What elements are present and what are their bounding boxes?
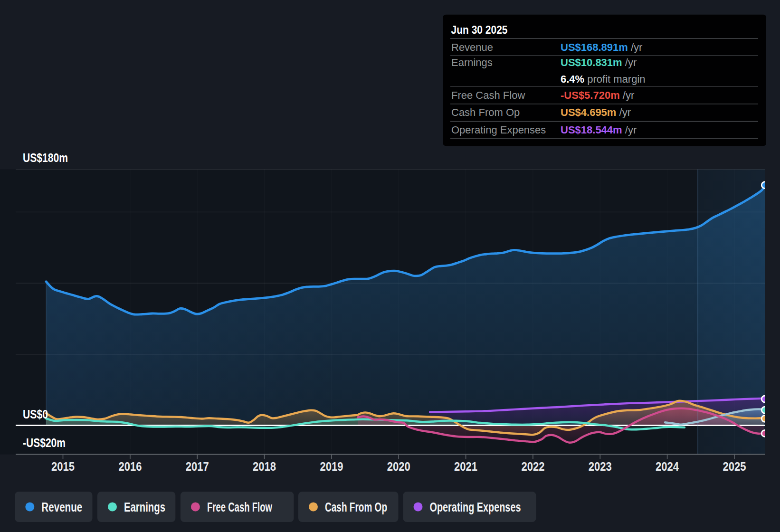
svg-text:US$18.544m /yr: US$18.544m /yr <box>561 124 637 136</box>
svg-text:2021: 2021 <box>454 459 477 474</box>
svg-text:US$168.891m /yr: US$168.891m /yr <box>561 41 642 53</box>
svg-text:Revenue: Revenue <box>451 41 493 53</box>
svg-text:Earnings: Earnings <box>124 500 165 514</box>
svg-text:2017: 2017 <box>186 459 209 474</box>
svg-text:Operating Expenses: Operating Expenses <box>430 500 521 514</box>
svg-text:2023: 2023 <box>589 459 612 474</box>
svg-text:US$180m: US$180m <box>23 151 68 165</box>
svg-text:-US$20m: -US$20m <box>23 436 66 450</box>
svg-text:Operating Expenses: Operating Expenses <box>451 124 546 136</box>
svg-text:2024: 2024 <box>656 459 679 474</box>
svg-text:Jun 30 2025: Jun 30 2025 <box>451 24 508 36</box>
svg-text:-US$5.720m /yr: -US$5.720m /yr <box>561 89 634 101</box>
svg-text:2025: 2025 <box>723 459 746 474</box>
svg-text:2019: 2019 <box>320 459 343 474</box>
svg-text:6.4% profit margin: 6.4% profit margin <box>561 73 646 85</box>
svg-text:Free Cash Flow: Free Cash Flow <box>207 500 273 514</box>
svg-text:2022: 2022 <box>521 459 544 474</box>
svg-text:US$4.695m /yr: US$4.695m /yr <box>561 106 631 118</box>
svg-text:Earnings: Earnings <box>451 57 493 68</box>
svg-text:Cash From Op: Cash From Op <box>325 500 387 514</box>
svg-text:US$10.831m /yr: US$10.831m /yr <box>561 57 637 68</box>
svg-text:2018: 2018 <box>253 459 276 474</box>
svg-text:Revenue: Revenue <box>41 500 82 514</box>
svg-text:2020: 2020 <box>387 459 410 474</box>
svg-text:Free Cash Flow: Free Cash Flow <box>451 89 525 101</box>
svg-text:2016: 2016 <box>118 459 142 474</box>
svg-text:US$0: US$0 <box>23 407 48 421</box>
svg-text:2015: 2015 <box>51 459 75 474</box>
svg-text:Cash From Op: Cash From Op <box>451 106 520 118</box>
